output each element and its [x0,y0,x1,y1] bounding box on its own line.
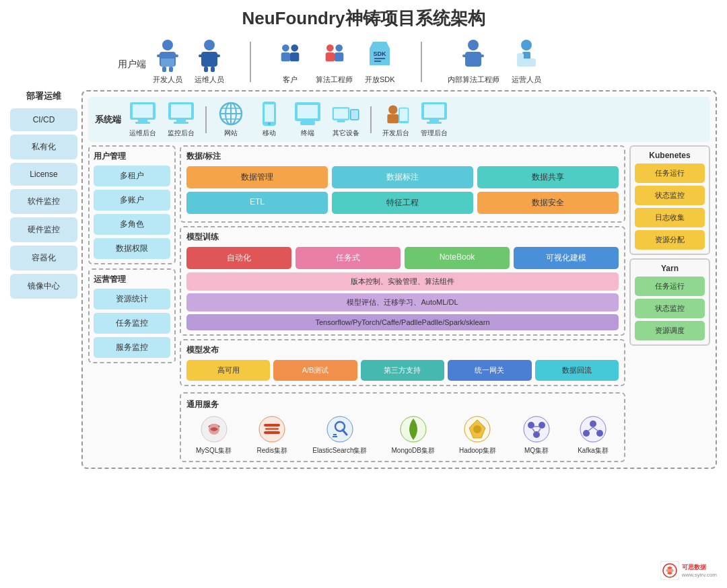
system-website: 网站 [217,101,245,138]
svg-point-7 [204,40,215,50]
data-grid-row2: ETL 特征工程 数据安全 [186,192,619,214]
left-panel: 用户管理 多租户 多账户 多角色 数据权限 运营管理 资源统计 [88,145,176,462]
item-service-monitor: 服务监控 [94,337,170,358]
customer-icon [277,38,304,72]
yarn-item-0: 任务运行 [635,277,705,296]
svg-point-84 [580,416,606,442]
dev-backend-icon [382,101,410,126]
system-mgmt-backend: 管理后台 [420,101,448,138]
devices-label: 其它设备 [333,128,359,138]
terminal-label: 终端 [301,128,314,138]
service-mongodb: MongoDB集群 [391,414,434,455]
service-kafka: Kafka集群 [577,414,609,455]
sidebar-item-hardware: 硬件监控 [10,217,77,242]
kube-item-3: 资源分配 [635,230,705,250]
sidebar-item-container: 容器化 [10,246,77,270]
developer-label: 开发人员 [153,75,182,85]
model-training-title: 模型训练 [186,231,619,243]
btn-high-avail: 高可用 [186,360,270,381]
sidebar-item-cicd: CI/CD [10,108,77,131]
svg-rect-39 [174,122,188,124]
svg-point-80 [533,431,540,438]
deploy-grid: 高可用 A/B测试 第三方支持 统一网关 数据回流 [186,360,619,381]
sidebar-item-mirror: 镜像中心 [10,274,77,299]
svg-rect-53 [334,109,348,119]
service-es: ElasticSearch集群 [312,414,367,455]
item-multirole: 多角色 [94,214,170,235]
svg-rect-58 [387,114,399,123]
user-icons: 开发人员 运维人员 [153,38,541,85]
watermark-icon [660,561,679,580]
kubernetes-items: 任务运行 状态监控 日志收集 资源分配 [635,163,705,250]
svg-rect-50 [298,105,318,118]
svg-rect-62 [424,104,444,118]
user-label: 用户端 [118,59,146,71]
model-training-grid: 自动化 任务式 NoteBook 可视化建模 [186,247,619,269]
kube-item-1: 状态监控 [635,186,705,205]
svg-rect-16 [290,52,299,61]
operator-icon [513,38,540,72]
model-deploy-section: 模型发布 高可用 A/B测试 第三方支持 统一网关 数据回流 [180,339,625,386]
inner-area: 用户管理 多租户 多账户 多角色 数据权限 运营管理 资源统计 [88,145,710,462]
page-title: NeuFoundry神铸项目系统架构 [10,7,717,30]
btn-auto: 自动化 [186,247,291,269]
svg-rect-4 [162,67,166,72]
svg-rect-8 [201,52,217,67]
kube-item-2: 日志收集 [635,208,705,227]
btn-data-annotation: 数据标注 [332,166,473,188]
mysql-label: MySQL集群 [196,446,232,455]
item-dataperm: 数据权限 [94,238,170,259]
btn-data-share: 数据共享 [477,166,619,188]
right-panel: Kubenetes 任务运行 状态监控 日志收集 资源分配 Yarn 任务运行 [629,145,710,462]
kubernetes-title: Kubenetes [635,151,705,160]
customer-label: 客户 [283,75,298,85]
system-devices: 其它设备 [332,101,360,138]
internal-algo-label: 内部算法工程师 [448,75,499,85]
svg-rect-56 [351,110,359,120]
left-sidebar: 部署运维 CI/CD 私有化 License 软件监控 硬件监控 容器化 镜像中… [10,90,77,469]
mongodb-icon [397,414,429,444]
yarn-items: 任务运行 状态监控 资源调度 [635,277,705,340]
svg-point-13 [282,44,289,52]
user-operator: 运营人员 [512,38,541,85]
svg-point-15 [291,44,298,52]
svg-rect-26 [462,54,469,57]
sidebar-item-software: 软件监控 [10,189,77,214]
btn-notebook: NoteBook [405,247,510,269]
sidebar-item-private: 私有化 [10,135,77,159]
system-dev-backend: 开发后台 [382,101,410,138]
btn-unified-gw: 统一网关 [448,360,531,381]
item-resource-stat: 资源统计 [94,289,170,309]
dev-backend-label: 开发后台 [382,128,409,138]
svg-rect-37 [171,104,191,118]
svg-rect-51 [300,121,315,125]
data-section-title: 数据/标注 [186,151,619,162]
mobile-icon [255,101,283,126]
bar-framework: Tensorflow/PyTorch/Caffe/PadllePadlle/Sp… [186,314,619,330]
sep2 [421,42,422,82]
hadoop-icon [461,414,493,444]
model-training-bars: 版本控制、实验管理、算法组件 模型评估、迁移学习、AutoML/DL Tenso… [186,272,619,330]
svg-point-77 [524,416,549,442]
svg-rect-5 [169,67,173,72]
user-algo: 算法工程师 [316,38,353,85]
ops-mgmt-title: 运营管理 [94,274,170,285]
svg-rect-9 [199,54,205,57]
user-mgmt-box: 用户管理 多租户 多账户 多角色 数据权限 [88,145,176,264]
svg-rect-34 [138,120,147,122]
main-layout: 部署运维 CI/CD 私有化 License 软件监控 硬件监控 容器化 镜像中… [10,90,717,469]
system-icons: 运维后台 监控后台 [129,101,703,138]
user-internal-algo: 内部算法工程师 [448,38,499,85]
algo-label: 算法工程师 [316,75,353,85]
sep1 [250,42,251,82]
mq-label: MQ集群 [524,446,549,455]
monitor1-icon [129,101,157,126]
yarn-box: Yarn 任务运行 状态监控 资源调度 [629,258,710,346]
svg-point-85 [590,420,596,427]
svg-rect-63 [429,120,439,122]
system-monitor2: 监控后台 [167,101,195,138]
svg-point-48 [268,122,271,125]
ops-mgmt-items: 资源统计 任务监控 服务监控 [94,289,170,358]
system-section: 系统端 运维后台 [88,97,710,142]
svg-rect-25 [465,52,481,67]
